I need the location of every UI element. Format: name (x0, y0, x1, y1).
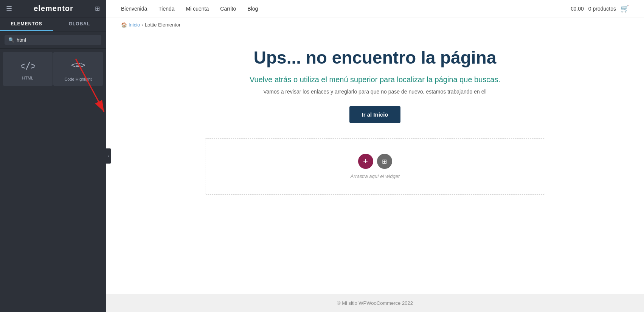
drop-zone-icons: + ⊞ (358, 154, 392, 169)
nav-links: Bienvenida Tienda Mi cuenta Carrito Blog (121, 6, 258, 12)
error-subtitle: Vuelve atrás o utiliza el menú superior … (250, 75, 500, 84)
sidebar-tabs: ELEMENTOS GLOBAL (0, 17, 106, 31)
svg-text:<≡>: <≡> (71, 60, 85, 70)
cart-price: €0.00 (571, 6, 584, 12)
breadcrumb-separator: › (141, 22, 143, 28)
breadcrumb-current: Lottie Elementor (145, 22, 181, 28)
breadcrumb-home-icon: 🏠 (121, 22, 127, 28)
error-description: Vamos a revisar los enlaces y arreglarlo… (263, 89, 486, 95)
sidebar-collapse-handle[interactable]: ‹ (106, 148, 111, 164)
go-home-button[interactable]: Ir al Inicio (349, 106, 400, 123)
page-footer: © Mi sitio WPWooCommerce 2022 (106, 294, 644, 312)
error-title: Ups... no encuentro la página (254, 47, 497, 68)
nav-right: €0.00 0 productos 🛒 (571, 5, 629, 13)
breadcrumb: 🏠 Inicio › Lottie Elementor (106, 17, 644, 32)
cart-items: 0 productos (588, 6, 616, 12)
top-nav: Bienvenida Tienda Mi cuenta Carrito Blog… (106, 0, 644, 17)
widget-item-html[interactable]: </> HTML (3, 52, 53, 86)
search-input[interactable] (17, 37, 98, 43)
widget-drop-zone: + ⊞ Arrastra aquí el widget (205, 138, 545, 195)
error-content: Ups... no encuentro la página Vuelve atr… (106, 32, 644, 294)
main-content: Bienvenida Tienda Mi cuenta Carrito Blog… (106, 0, 644, 312)
widgets-grid: </> HTML <≡> Code Highlight (0, 49, 106, 89)
sidebar-header: ☰ elementor ⊞ (0, 0, 106, 17)
sidebar: ☰ elementor ⊞ ELEMENTOS GLOBAL 🔍 </> (0, 0, 106, 312)
nav-blog[interactable]: Blog (247, 6, 258, 12)
code-highlight-widget-icon: <≡> (71, 58, 85, 74)
tab-elementos[interactable]: ELEMENTOS (0, 17, 53, 31)
grid-widget-button[interactable]: ⊞ (377, 154, 392, 169)
cart-icon[interactable]: 🛒 (621, 5, 629, 13)
search-icon: 🔍 (8, 37, 14, 43)
nav-bienvenida[interactable]: Bienvenida (121, 6, 147, 12)
add-widget-button[interactable]: + (358, 154, 373, 169)
breadcrumb-home-link[interactable]: Inicio (129, 22, 140, 28)
hamburger-icon[interactable]: ☰ (6, 5, 12, 13)
footer-text: © Mi sitio WPWooCommerce 2022 (337, 300, 413, 306)
svg-text:</>: </> (21, 60, 35, 72)
widget-item-code-highlight[interactable]: <≡> Code Highlight (53, 52, 103, 86)
elementor-logo: elementor (34, 4, 73, 13)
nav-tienda[interactable]: Tienda (158, 6, 174, 12)
tab-global[interactable]: GLOBAL (53, 17, 106, 31)
nav-micuenta[interactable]: Mi cuenta (186, 6, 209, 12)
widget-label-code-highlight: Code Highlight (64, 77, 92, 81)
html-widget-icon: </> (21, 59, 35, 73)
grid-icon[interactable]: ⊞ (95, 5, 100, 12)
search-box: 🔍 (0, 31, 106, 49)
widget-label-html: HTML (22, 76, 34, 80)
nav-carrito[interactable]: Carrito (220, 6, 236, 12)
drop-zone-label: Arrastra aquí el widget (350, 173, 399, 179)
